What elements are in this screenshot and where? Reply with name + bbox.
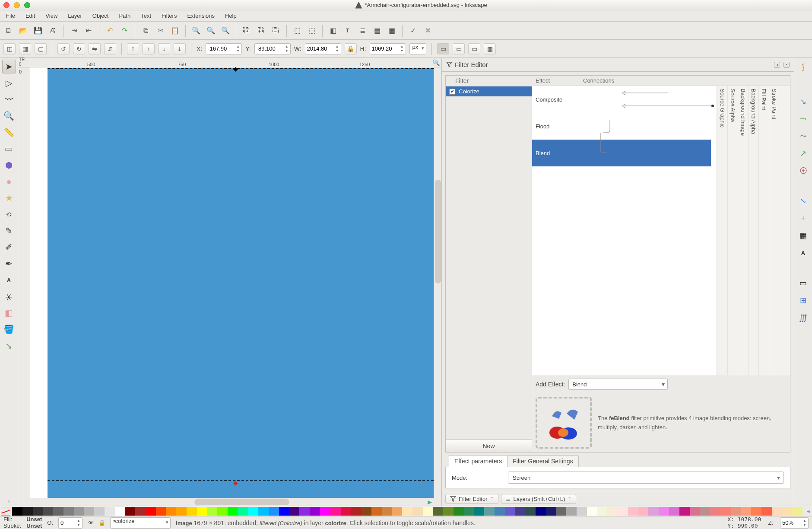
vertical-scrollbar[interactable]: [434, 67, 441, 498]
panel-close-button[interactable]: ×: [783, 62, 790, 68]
color-swatch[interactable]: [125, 507, 135, 516]
palette-menu-button[interactable]: ◂: [804, 508, 812, 514]
color-swatch[interactable]: [12, 507, 22, 516]
snap-path-button[interactable]: ⤳: [797, 130, 810, 143]
color-swatch[interactable]: [361, 507, 371, 516]
scale-handle-top[interactable]: ◆: [232, 67, 238, 72]
color-swatch[interactable]: [269, 507, 279, 516]
color-swatch[interactable]: [720, 507, 731, 516]
select-all-button[interactable]: ▦: [19, 43, 31, 54]
color-swatch[interactable]: [197, 507, 207, 516]
tweak-tool[interactable]: 〰: [2, 92, 16, 106]
clone-button[interactable]: ⿻: [255, 25, 267, 37]
snap-nodes-button[interactable]: ⤳: [797, 112, 810, 125]
color-swatch[interactable]: [761, 507, 772, 516]
export-button[interactable]: ⇤: [82, 25, 95, 37]
rotate-cw-button[interactable]: ↻: [73, 43, 85, 54]
filter-row-colorize[interactable]: ✔ Colorize: [446, 86, 532, 96]
color-swatch[interactable]: [105, 507, 115, 516]
color-swatch[interactable]: [587, 507, 597, 516]
color-swatch[interactable]: [392, 507, 402, 516]
color-swatch[interactable]: [63, 507, 74, 516]
color-swatch[interactable]: [146, 507, 156, 516]
snap-rotation-button[interactable]: +: [797, 212, 810, 225]
color-swatch[interactable]: [577, 507, 587, 516]
save-button[interactable]: 💾: [32, 25, 44, 37]
color-swatch[interactable]: [207, 507, 218, 516]
color-swatch[interactable]: [135, 507, 146, 516]
color-swatch[interactable]: [289, 507, 300, 516]
node-tool[interactable]: ▷: [2, 76, 16, 90]
color-swatch[interactable]: [597, 507, 608, 516]
color-swatch[interactable]: [690, 507, 700, 516]
x-input[interactable]: ▲▼: [206, 43, 242, 54]
color-swatch[interactable]: [669, 507, 679, 516]
horizontal-ruler[interactable]: TR0 500 750 1000 1250 🔍: [18, 58, 441, 67]
color-swatch[interactable]: [33, 507, 43, 516]
flip-horizontal-button[interactable]: ⇋: [89, 43, 101, 54]
color-swatch[interactable]: [536, 507, 546, 516]
raise-to-top-button[interactable]: ⤒: [127, 43, 139, 54]
rotate-ccw-button[interactable]: ↺: [57, 43, 70, 54]
lock-wh-button[interactable]: 🔒: [345, 43, 357, 54]
zoom-input[interactable]: ▲▼: [780, 517, 809, 529]
horizontal-scrollbar[interactable]: ▶: [30, 498, 434, 506]
color-palette[interactable]: [12, 507, 802, 516]
color-swatch[interactable]: [525, 507, 536, 516]
h-input[interactable]: ▲▼: [370, 43, 406, 54]
snap-guides-button[interactable]: ∭: [797, 311, 810, 324]
color-swatch[interactable]: [792, 507, 802, 516]
fill-stroke-button[interactable]: ◧: [327, 25, 339, 37]
layer-lock-icon[interactable]: 🔒: [99, 520, 105, 526]
calligraphy-tool[interactable]: ✒: [2, 257, 16, 271]
effect-row-flood[interactable]: Flood: [532, 113, 711, 140]
color-swatch[interactable]: [238, 507, 248, 516]
fill-indicator[interactable]: Unset: [26, 516, 42, 523]
selected-image[interactable]: [48, 68, 434, 498]
color-swatch[interactable]: [679, 507, 690, 516]
close-window-button[interactable]: [3, 2, 10, 8]
color-swatch[interactable]: [495, 507, 505, 516]
zoom-drawing-button[interactable]: 🔍: [205, 25, 217, 37]
color-swatch[interactable]: [638, 507, 649, 516]
menu-help[interactable]: Help: [225, 13, 237, 19]
unit-select[interactable]: px: [409, 43, 427, 54]
star-tool[interactable]: ★: [2, 191, 16, 205]
zoom-page-button[interactable]: 🔍: [219, 25, 232, 37]
color-swatch[interactable]: [156, 507, 166, 516]
color-swatch[interactable]: [607, 507, 618, 516]
color-swatch[interactable]: [700, 507, 710, 516]
add-effect-select[interactable]: Blend: [568, 379, 668, 390]
zoom-tool[interactable]: 🔍: [2, 109, 16, 123]
drawing-canvas[interactable]: ◆ ◆: [30, 67, 434, 498]
color-swatch[interactable]: [618, 507, 628, 516]
color-swatch[interactable]: [310, 507, 320, 516]
color-swatch[interactable]: [782, 507, 792, 516]
color-swatch[interactable]: [474, 507, 484, 516]
new-document-button[interactable]: 🗎: [3, 25, 15, 37]
snap-center-button[interactable]: ⤡: [797, 194, 810, 207]
zoom-window-button[interactable]: [24, 2, 30, 8]
tab-effect-parameters[interactable]: Effect parameters: [449, 455, 508, 467]
stroke-indicator[interactable]: Unset: [26, 523, 42, 529]
no-color-swatch[interactable]: [1, 507, 10, 516]
color-swatch[interactable]: [279, 507, 289, 516]
spiral-tool[interactable]: ꩜: [2, 207, 16, 221]
color-swatch[interactable]: [731, 507, 741, 516]
color-swatch[interactable]: [176, 507, 187, 516]
color-swatch[interactable]: [299, 507, 310, 516]
color-swatch[interactable]: [53, 507, 63, 516]
color-swatch[interactable]: [166, 507, 176, 516]
preferences-button[interactable]: ✖: [422, 25, 434, 37]
menu-edit[interactable]: Edit: [25, 13, 35, 19]
text-dialog-button[interactable]: T: [342, 25, 354, 37]
menu-extensions[interactable]: Extensions: [187, 13, 215, 19]
import-button[interactable]: ⇥: [68, 25, 80, 37]
color-swatch[interactable]: [751, 507, 761, 516]
spray-tool[interactable]: ⚹: [2, 290, 16, 303]
y-input[interactable]: ▲▼: [254, 43, 291, 54]
color-swatch[interactable]: [258, 507, 269, 516]
menu-object[interactable]: Object: [92, 13, 109, 19]
deselect-button[interactable]: ▢: [35, 43, 47, 54]
color-swatch[interactable]: [505, 507, 515, 516]
